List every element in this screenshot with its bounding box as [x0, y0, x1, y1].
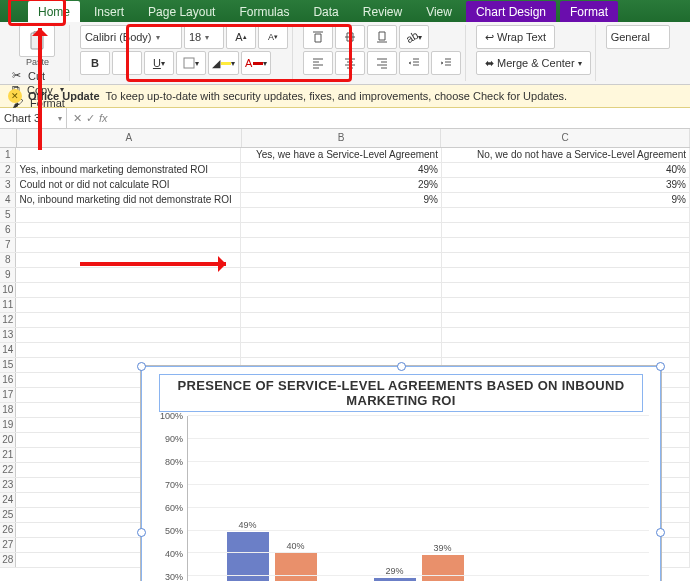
row-header[interactable]: 15 [0, 358, 16, 372]
wrap-text-button[interactable]: ↩ Wrap Text [476, 25, 555, 49]
cell[interactable] [16, 223, 241, 237]
cell[interactable] [16, 148, 241, 162]
cell[interactable] [241, 328, 442, 342]
cell[interactable]: 49% [241, 163, 442, 177]
close-message-button[interactable]: ✕ [8, 89, 22, 103]
enter-formula-icon[interactable]: ✓ [86, 112, 95, 125]
cell[interactable] [16, 343, 241, 357]
cell[interactable]: Yes, inbound marketing demonstrated ROI [16, 163, 241, 177]
row-header[interactable]: 18 [0, 403, 16, 417]
resize-handle[interactable] [137, 528, 146, 537]
row-header[interactable]: 9 [0, 268, 16, 282]
cell[interactable] [241, 253, 442, 267]
cell[interactable] [442, 268, 690, 282]
row-header[interactable]: 3 [0, 178, 16, 192]
align-center-button[interactable] [335, 51, 365, 75]
cell[interactable] [16, 313, 241, 327]
cell[interactable] [241, 268, 442, 282]
cell[interactable] [16, 298, 241, 312]
resize-handle[interactable] [137, 362, 146, 371]
bar[interactable]: 39% [422, 555, 464, 581]
cell[interactable] [241, 223, 442, 237]
cell[interactable] [442, 253, 690, 267]
cell[interactable] [241, 208, 442, 222]
row-header[interactable]: 26 [0, 523, 16, 537]
border-button[interactable]: ▾ [176, 51, 206, 75]
row-header[interactable]: 14 [0, 343, 16, 357]
cell[interactable] [241, 238, 442, 252]
cancel-formula-icon[interactable]: ✕ [73, 112, 82, 125]
font-name-select[interactable]: Calibri (Body)▾ [80, 25, 182, 49]
cell[interactable]: 9% [241, 193, 442, 207]
resize-handle[interactable] [397, 362, 406, 371]
tab-home[interactable]: Home [28, 1, 80, 22]
font-color-button[interactable]: A▾ [241, 51, 271, 75]
cell[interactable]: No, inbound marketing did not demonstrat… [16, 193, 241, 207]
row-header[interactable]: 13 [0, 328, 16, 342]
cell[interactable]: No, we do not have a Service-Level Agree… [442, 148, 690, 162]
row-header[interactable]: 23 [0, 478, 16, 492]
resize-handle[interactable] [656, 362, 665, 371]
row-header[interactable]: 28 [0, 553, 16, 567]
row-header[interactable]: 2 [0, 163, 16, 177]
underline-button[interactable]: U▾ [144, 51, 174, 75]
row-header[interactable]: 25 [0, 508, 16, 522]
cell[interactable] [442, 238, 690, 252]
cell[interactable] [16, 208, 241, 222]
align-left-button[interactable] [303, 51, 333, 75]
cell[interactable]: Could not or did not calculate ROI [16, 178, 241, 192]
cell[interactable] [16, 238, 241, 252]
row-header[interactable]: 17 [0, 388, 16, 402]
chart-title[interactable]: PRESENCE OF SERVICE-LEVEL AGREEMENTS BAS… [159, 374, 643, 412]
tab-chart-design[interactable]: Chart Design [466, 1, 556, 22]
row-header[interactable]: 24 [0, 493, 16, 507]
column-header-a[interactable]: A [17, 129, 242, 147]
select-all-corner[interactable] [0, 129, 17, 147]
merge-center-button[interactable]: ⬌ Merge & Center ▾ [476, 51, 591, 75]
row-header[interactable]: 11 [0, 298, 16, 312]
cell[interactable] [241, 298, 442, 312]
fx-icon[interactable]: fx [99, 112, 108, 125]
row-header[interactable]: 5 [0, 208, 16, 222]
tab-insert[interactable]: Insert [84, 1, 134, 22]
align-right-button[interactable] [367, 51, 397, 75]
tab-page-layout[interactable]: Page Layout [138, 1, 225, 22]
align-middle-button[interactable] [335, 25, 365, 49]
cell[interactable] [241, 343, 442, 357]
cell[interactable] [442, 283, 690, 297]
row-header[interactable]: 7 [0, 238, 16, 252]
cell[interactable] [442, 223, 690, 237]
cell[interactable] [241, 283, 442, 297]
row-header[interactable]: 16 [0, 373, 16, 387]
row-header[interactable]: 10 [0, 283, 16, 297]
row-header[interactable]: 8 [0, 253, 16, 267]
cell[interactable]: 39% [442, 178, 690, 192]
bar[interactable]: 40% [275, 553, 317, 581]
column-header-b[interactable]: B [242, 129, 442, 147]
row-header[interactable]: 20 [0, 433, 16, 447]
italic-button[interactable]: I [112, 51, 142, 75]
cell[interactable] [442, 298, 690, 312]
tab-format[interactable]: Format [560, 1, 618, 22]
increase-indent-button[interactable] [431, 51, 461, 75]
row-header[interactable]: 1 [0, 148, 16, 162]
font-size-select[interactable]: 18▾ [184, 25, 224, 49]
fill-color-button[interactable]: ◢▾ [208, 51, 239, 75]
cell[interactable] [442, 343, 690, 357]
name-box[interactable]: Chart 3▾ [0, 108, 67, 128]
bar[interactable]: 49% [227, 532, 269, 581]
embedded-chart[interactable]: PRESENCE OF SERVICE-LEVEL AGREEMENTS BAS… [140, 365, 662, 581]
tab-data[interactable]: Data [303, 1, 348, 22]
cell[interactable]: Yes, we have a Service-Level Agreement [241, 148, 442, 162]
row-header[interactable]: 6 [0, 223, 16, 237]
row-header[interactable]: 27 [0, 538, 16, 552]
grow-font-button[interactable]: A▴ [226, 25, 256, 49]
resize-handle[interactable] [656, 528, 665, 537]
cell[interactable]: 40% [442, 163, 690, 177]
number-format-select[interactable]: General [606, 25, 670, 49]
cell[interactable] [442, 208, 690, 222]
row-header[interactable]: 19 [0, 418, 16, 432]
row-header[interactable]: 4 [0, 193, 16, 207]
row-header[interactable]: 21 [0, 448, 16, 462]
column-header-c[interactable]: C [441, 129, 690, 147]
